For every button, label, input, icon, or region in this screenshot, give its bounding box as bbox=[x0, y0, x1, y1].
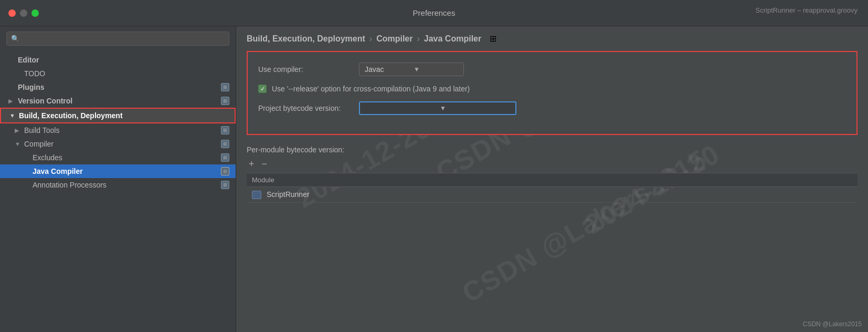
red-border-section: Use compiler: Javac ▼ ✓ Use '--release' … bbox=[247, 51, 858, 135]
add-module-button[interactable]: + bbox=[247, 158, 257, 170]
breadcrumb-sep-2: › bbox=[417, 34, 419, 44]
module-toolbar: + − bbox=[247, 158, 858, 170]
sidebar-item-todo[interactable]: TODO bbox=[0, 67, 236, 80]
script-runner-label: ScriptRunner – reapproval.groovy bbox=[756, 6, 858, 14]
sidebar-item-excludes[interactable]: Excludes ⊞ bbox=[0, 151, 236, 164]
window-title: Preferences bbox=[413, 8, 456, 17]
excludes-icon: ⊞ bbox=[221, 153, 229, 162]
breadcrumb-item-3[interactable]: Java Compiler bbox=[424, 34, 481, 44]
sidebar-item-label: Java Compiler bbox=[33, 167, 218, 175]
sidebar-item-build-tools[interactable]: ▶ Build Tools ⊞ bbox=[0, 123, 236, 137]
java-compiler-icon: ⊞ bbox=[221, 167, 229, 175]
use-compiler-row: Use compiler: Javac ▼ bbox=[258, 63, 846, 76]
table-header-module: Module bbox=[247, 173, 858, 187]
checkmark-icon: ✓ bbox=[260, 86, 265, 92]
close-button[interactable] bbox=[8, 9, 16, 17]
minimize-button[interactable] bbox=[20, 9, 27, 17]
version-control-icon: ⊞ bbox=[221, 97, 229, 105]
bytecode-version-row: Project bytecode version: ▼ bbox=[258, 101, 846, 115]
sidebar: 🔍 Editor TODO Plugins ⊞ ▶ Ver bbox=[0, 26, 236, 332]
settings-panel: Use compiler: Javac ▼ ✓ Use '--release' … bbox=[236, 51, 868, 332]
per-module-label: Per-module bytecode version: bbox=[247, 146, 858, 154]
bytecode-dropdown-arrow-icon: ▼ bbox=[440, 105, 510, 112]
sidebar-item-compiler[interactable]: ▼ Compiler ⊞ bbox=[0, 137, 236, 151]
module-name: ScriptRunner bbox=[247, 187, 858, 203]
sidebar-item-label: Annotation Processors bbox=[33, 181, 218, 189]
search-input[interactable] bbox=[23, 35, 225, 43]
sidebar-item-build-execution-deployment[interactable]: ▼ Build, Execution, Deployment bbox=[0, 108, 236, 123]
sidebar-item-label: Version Control bbox=[18, 97, 218, 105]
bytecode-version-dropdown[interactable]: ▼ bbox=[359, 101, 516, 115]
sidebar-item-label: TODO bbox=[24, 69, 229, 78]
window-controls bbox=[8, 9, 39, 17]
sidebar-item-annotation-processors[interactable]: Annotation Processors ⊞ bbox=[0, 178, 236, 192]
dropdown-arrow-icon: ▼ bbox=[414, 66, 458, 73]
sidebar-item-plugins[interactable]: Plugins ⊞ bbox=[0, 80, 236, 94]
sidebar-item-label: Plugins bbox=[18, 83, 218, 91]
breadcrumb-item-2[interactable]: Compiler bbox=[376, 34, 412, 44]
bytecode-version-label: Project bytecode version: bbox=[258, 104, 353, 112]
search-box[interactable]: 🔍 bbox=[6, 32, 229, 46]
main-layout: 🔍 Editor TODO Plugins ⊞ ▶ Ver bbox=[0, 26, 868, 332]
release-option-checkbox[interactable]: ✓ bbox=[258, 85, 267, 93]
sidebar-item-editor[interactable]: Editor bbox=[0, 53, 236, 67]
sidebar-item-label: Build, Execution, Deployment bbox=[19, 111, 228, 120]
plugins-icon: ⊞ bbox=[221, 83, 229, 91]
build-tools-icon: ⊞ bbox=[221, 126, 229, 134]
breadcrumb-sep-1: › bbox=[369, 34, 372, 44]
breadcrumb-item-1[interactable]: Build, Execution, Deployment bbox=[247, 34, 365, 44]
compiler-value: Javac bbox=[365, 65, 409, 74]
use-compiler-dropdown[interactable]: Javac ▼ bbox=[359, 63, 464, 76]
search-icon: 🔍 bbox=[11, 35, 19, 43]
sidebar-item-version-control[interactable]: ▶ Version Control ⊞ bbox=[0, 94, 236, 108]
module-table: Module ScriptRunner bbox=[247, 173, 858, 203]
breadcrumb-icon: ⊞ bbox=[490, 34, 496, 44]
sidebar-tree: Editor TODO Plugins ⊞ ▶ Version Control … bbox=[0, 51, 236, 332]
arrow-icon: ▼ bbox=[9, 112, 16, 119]
module-icon bbox=[252, 191, 261, 199]
maximize-button[interactable] bbox=[31, 9, 39, 17]
use-compiler-label: Use compiler: bbox=[258, 65, 353, 74]
breadcrumb: Build, Execution, Deployment › Compiler … bbox=[236, 26, 868, 51]
sidebar-item-java-compiler[interactable]: Java Compiler ⊞ bbox=[0, 164, 236, 178]
remove-module-button[interactable]: − bbox=[260, 158, 270, 170]
table-header-row: Module bbox=[247, 173, 858, 187]
per-module-section: Per-module bytecode version: + − Module bbox=[236, 140, 868, 208]
content-area: 2022-12-20 CSDN @Lakers2015 2024-12-20 C… bbox=[236, 26, 868, 332]
sidebar-item-label: Excludes bbox=[33, 153, 218, 162]
arrow-icon: ▼ bbox=[15, 141, 21, 147]
sidebar-item-label: Editor bbox=[18, 56, 229, 64]
compiler-icon: ⊞ bbox=[221, 140, 229, 148]
release-option-label: Use '--release' option for cross-compila… bbox=[272, 85, 470, 93]
arrow-icon: ▶ bbox=[15, 127, 21, 134]
sidebar-item-label: Build Tools bbox=[24, 126, 218, 134]
sidebar-item-label: Compiler bbox=[24, 140, 218, 148]
arrow-icon: ▶ bbox=[8, 98, 15, 105]
table-row[interactable]: ScriptRunner bbox=[247, 187, 858, 203]
title-bar: Preferences ScriptRunner – reapproval.gr… bbox=[0, 0, 868, 26]
annotation-icon: ⊞ bbox=[221, 181, 229, 189]
release-option-row: ✓ Use '--release' option for cross-compi… bbox=[258, 85, 846, 93]
bottom-right-label: CSDN @Lakers2015 bbox=[803, 320, 862, 328]
